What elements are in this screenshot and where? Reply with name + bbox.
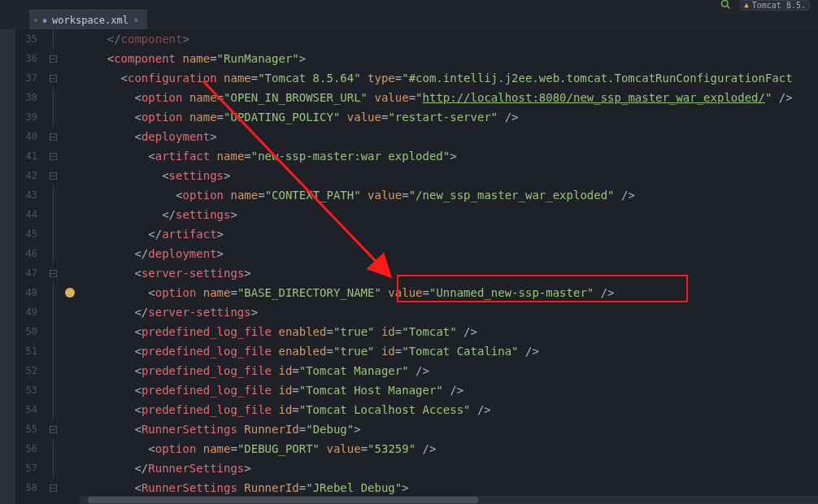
code-line[interactable]: 50 <predefined_log_file enabled="true" i… [16, 322, 818, 341]
line-number: 35 [16, 33, 46, 45]
code-line[interactable]: 40 <deployment> [16, 127, 818, 146]
code-content[interactable]: <predefined_log_file id="Tomcat Host Man… [80, 380, 463, 400]
fold-gutter[interactable] [46, 55, 60, 63]
tab-filename: workspace.xml [52, 15, 128, 26]
pin-icon [34, 19, 37, 22]
horizontal-scrollbar[interactable] [80, 496, 818, 504]
fold-gutter[interactable] [46, 153, 60, 160]
line-number: 49 [16, 306, 46, 318]
code-line[interactable]: 52 <predefined_log_file id="Tomcat Manag… [16, 361, 818, 380]
line-number: 41 [16, 150, 46, 162]
code-line[interactable]: 38 <option name="OPEN_IN_BROWSER_URL" va… [16, 88, 818, 107]
fold-gutter[interactable] [46, 484, 60, 492]
fold-gutter[interactable] [46, 172, 60, 180]
code-line[interactable]: 53 <predefined_log_file id="Tomcat Host … [16, 380, 818, 400]
code-line[interactable]: 41 <artifact name="new-ssp-master:war ex… [16, 146, 818, 166]
code-editor[interactable]: 35 </component>36 <component name="RunMa… [16, 29, 818, 504]
code-line[interactable]: 54 <predefined_log_file id="Tomcat Local… [16, 400, 818, 419]
code-line[interactable]: 55 <RunnerSettings RunnerId="Debug"> [16, 419, 818, 439]
code-line[interactable]: 51 <predefined_log_file enabled="true" i… [16, 341, 818, 361]
line-number: 54 [16, 404, 46, 415]
code-line[interactable]: 46 </deployment> [16, 244, 818, 263]
fold-gutter[interactable] [46, 133, 60, 141]
fold-gutter[interactable] [46, 270, 60, 277]
fold-collapse-icon[interactable] [50, 270, 57, 277]
code-content[interactable]: <option name="CONTEXT_PATH" value="/new_… [80, 185, 635, 205]
fold-gutter [46, 341, 60, 361]
line-number: 51 [16, 345, 46, 357]
fold-collapse-icon[interactable] [50, 133, 57, 141]
line-number: 50 [16, 326, 46, 337]
fold-gutter [46, 380, 60, 400]
code-content[interactable]: <configuration name="Tomcat 8.5.64" type… [80, 68, 793, 88]
fold-collapse-icon[interactable] [50, 55, 57, 63]
tool-window-stripe-left[interactable] [0, 29, 16, 504]
search-icon[interactable] [720, 0, 730, 11]
run-configuration-selector[interactable]: ▲ Tomcat 8.5. [740, 0, 810, 11]
xml-file-icon: ◆ [42, 15, 47, 24]
code-line[interactable]: 47 <server-settings> [16, 263, 818, 283]
line-number: 57 [16, 463, 46, 474]
line-number: 40 [16, 131, 46, 142]
code-content[interactable]: </artifact> [80, 224, 224, 244]
code-line[interactable]: 43 <option name="CONTEXT_PATH" value="/n… [16, 185, 818, 205]
code-line[interactable]: 37 <configuration name="Tomcat 8.5.64" t… [16, 68, 818, 88]
line-number: 58 [16, 482, 46, 493]
code-content[interactable]: <artifact name="new-ssp-master:war explo… [80, 146, 457, 166]
code-line[interactable]: 42 <settings> [16, 166, 818, 185]
code-content[interactable]: <option name="UPDATING_POLICY" value="re… [80, 107, 519, 127]
fold-collapse-icon[interactable] [50, 75, 57, 82]
close-icon[interactable]: × [133, 15, 139, 25]
code-line[interactable]: 45 </artifact> [16, 224, 818, 244]
code-content[interactable]: <option name="DEBUG_PORT" value="53259" … [80, 439, 436, 458]
line-number: 42 [16, 170, 46, 181]
fold-gutter [46, 205, 60, 224]
code-line[interactable]: 56 <option name="DEBUG_PORT" value="5325… [16, 439, 818, 458]
fold-gutter[interactable] [46, 75, 60, 82]
fold-gutter [46, 244, 60, 263]
tab-workspace-xml[interactable]: ◆ workspace.xml × [29, 10, 147, 29]
code-content[interactable]: <predefined_log_file id="Tomcat Manager"… [80, 361, 429, 380]
fold-gutter[interactable] [46, 426, 60, 433]
code-content[interactable]: </component> [80, 29, 189, 49]
fold-gutter [46, 439, 60, 458]
code-line[interactable]: 57 </RunnerSettings> [16, 458, 818, 478]
intention-bulb-icon[interactable] [65, 288, 75, 298]
code-content[interactable]: <deployment> [80, 127, 217, 146]
code-line[interactable]: 49 </server-settings> [16, 302, 818, 322]
code-content[interactable]: </server-settings> [80, 302, 258, 322]
fold-gutter [46, 107, 60, 127]
code-line[interactable]: 58 <RunnerSettings RunnerId="JRebel Debu… [16, 478, 818, 497]
fold-gutter [46, 88, 60, 107]
fold-collapse-icon[interactable] [50, 172, 57, 180]
code-line[interactable]: 44 </settings> [16, 205, 818, 224]
code-content[interactable]: <server-settings> [80, 263, 251, 283]
code-content[interactable]: <option name="OPEN_IN_BROWSER_URL" value… [80, 88, 793, 107]
code-content[interactable]: <predefined_log_file enabled="true" id="… [80, 341, 539, 361]
scrollbar-thumb[interactable] [88, 497, 478, 503]
code-content[interactable]: </deployment> [80, 244, 224, 263]
fold-collapse-icon[interactable] [50, 484, 57, 492]
code-content[interactable]: <component name="RunManager"> [80, 49, 306, 68]
code-line[interactable]: 39 <option name="UPDATING_POLICY" value=… [16, 107, 818, 127]
code-content[interactable]: <predefined_log_file enabled="true" id="… [80, 322, 477, 341]
code-content[interactable]: <option name="BASE_DIRECTORY_NAME" value… [80, 283, 615, 302]
code-line[interactable]: 36 <component name="RunManager"> [16, 49, 818, 68]
code-content[interactable]: </RunnerSettings> [80, 458, 251, 478]
code-line[interactable]: 35 </component> [16, 29, 818, 49]
svg-line-1 [728, 6, 730, 8]
code-line[interactable]: 48 <option name="BASE_DIRECTORY_NAME" va… [16, 283, 818, 302]
fold-collapse-icon[interactable] [50, 426, 57, 433]
line-number: 55 [16, 424, 46, 435]
fold-gutter [46, 29, 60, 49]
code-content[interactable]: <RunnerSettings RunnerId="JRebel Debug"> [80, 478, 409, 497]
code-content[interactable]: <RunnerSettings RunnerId="Debug"> [80, 419, 361, 439]
line-number: 44 [16, 209, 46, 220]
fold-collapse-icon[interactable] [50, 153, 57, 160]
line-number: 43 [16, 189, 46, 201]
code-content[interactable]: </settings> [80, 205, 237, 224]
fold-gutter [46, 185, 60, 205]
code-content[interactable]: <predefined_log_file id="Tomcat Localhos… [80, 400, 491, 419]
fold-gutter [46, 224, 60, 244]
code-content[interactable]: <settings> [80, 166, 230, 185]
